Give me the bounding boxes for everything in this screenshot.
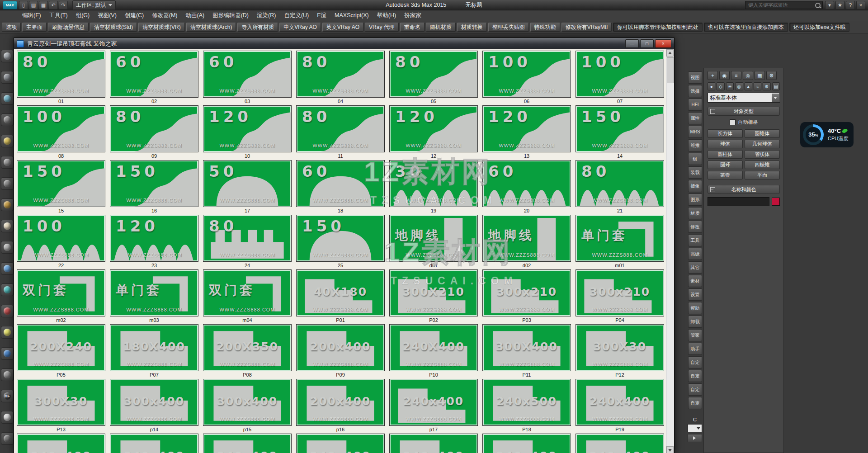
object-type-rollout[interactable]: 对象类型 xyxy=(708,107,780,116)
tile-card[interactable]: 150 WWW.ZZZS888.COM xyxy=(296,215,385,262)
tile-card[interactable]: 80 WWW.ZZZS888.COM xyxy=(17,51,105,98)
primitive-button[interactable]: 长方体 xyxy=(708,129,743,138)
left-tool-icon[interactable] xyxy=(1,198,14,211)
tile-card[interactable]: 120 WWW.ZZZS888.COM xyxy=(389,105,478,152)
molding-tile[interactable]: 300x210 WWW.ZZZS888.COM P03 xyxy=(482,269,571,324)
menu-item[interactable]: 修改器(M) xyxy=(148,10,181,21)
tile-card[interactable]: 100 WWW.ZZZS888.COM xyxy=(17,105,105,152)
molding-tile[interactable]: 120 WWW.ZZZS888.COM 12 xyxy=(389,105,478,160)
script-button[interactable]: 英文VRay AO xyxy=(322,23,363,32)
script-button[interactable]: VRay 代理 xyxy=(365,23,399,32)
side-tab[interactable]: 其它 xyxy=(688,261,702,274)
molding-tile[interactable]: 240X400 WWW.ZZZS888.COM P10 xyxy=(389,324,478,379)
script-button[interactable]: 材质转换 xyxy=(457,23,487,32)
left-tool-icon[interactable] xyxy=(1,50,14,62)
primitive-button[interactable]: 茶壶 xyxy=(708,171,743,179)
left-tool-icon[interactable] xyxy=(1,241,14,254)
tile-card[interactable]: 240x400 WWW.ZZZS888.COM xyxy=(203,434,292,453)
maximize-button[interactable]: □ xyxy=(640,39,654,48)
left-tool-icon[interactable] xyxy=(1,432,14,445)
tile-card[interactable]: 240x400 WWW.ZZZS888.COM xyxy=(576,434,664,453)
molding-tile[interactable]: 40X180 WWW.ZZZS888.COM P01 xyxy=(296,269,385,324)
tile-card[interactable]: 200X350 WWW.ZZZS888.COM xyxy=(203,324,292,371)
molding-tile[interactable]: 地脚线 WWW.ZZZS888.COM d01 xyxy=(389,215,478,269)
tile-card[interactable]: 240x400 WWW.ZZZS888.COM xyxy=(110,434,198,453)
panel-tab-icon[interactable]: ▦ xyxy=(755,71,765,80)
molding-tile[interactable]: 200x400 WWW.ZZZS888.COM p16 xyxy=(296,379,385,434)
mini-combobox[interactable] xyxy=(688,424,702,432)
side-tab[interactable]: 自定 xyxy=(688,383,702,396)
titlebar-tool-icon[interactable]: ? xyxy=(846,1,855,9)
side-tab[interactable]: 素材 xyxy=(688,275,702,287)
qat-tool-icon[interactable]: ▦ xyxy=(39,1,48,9)
tile-card[interactable]: 180X400 WWW.ZZZS888.COM xyxy=(110,324,198,371)
script-button[interactable]: 清空材质球(VR) xyxy=(138,23,185,32)
molding-tile[interactable]: 240x400 WWW.ZZZS888.COM xyxy=(110,434,198,453)
subcategory-icon[interactable]: ☀ xyxy=(726,82,734,90)
script-button[interactable]: 重命名 xyxy=(400,23,425,32)
tile-card[interactable]: 240x400 WWW.ZZZS888.COM xyxy=(576,379,664,426)
side-tab[interactable]: 设置 xyxy=(688,288,702,301)
primitive-button[interactable]: 平面 xyxy=(745,171,780,179)
molding-tile[interactable]: 300x400 WWW.ZZZS888.COM p15 xyxy=(203,379,292,434)
menu-item[interactable]: 视图(V) xyxy=(94,10,121,21)
tile-card[interactable]: 300X30 WWW.ZZZS888.COM xyxy=(576,324,664,371)
molding-tile[interactable]: 80 WWW.ZZZS888.COM 09 xyxy=(110,105,198,160)
molding-tile[interactable]: 300X210 WWW.ZZZS888.COM P02 xyxy=(389,269,478,324)
left-tool-icon[interactable] xyxy=(1,347,14,360)
molding-tile[interactable]: 80 WWW.ZZZS888.COM 01 xyxy=(17,51,105,105)
autogrid-checkbox[interactable] xyxy=(730,119,736,125)
molding-tile[interactable]: 240x500 WWW.ZZZS888.COM P18 xyxy=(482,379,571,434)
molding-tile[interactable]: 300X30 WWW.ZZZS888.COM P12 xyxy=(576,324,664,379)
molding-tile[interactable]: 60 WWW.ZZZS888.COM 02 xyxy=(110,51,198,105)
menu-item[interactable]: 工具(T) xyxy=(45,10,72,21)
molding-tile[interactable]: 50 WWW.ZZZS888.COM 17 xyxy=(203,160,292,215)
tile-card[interactable]: 50 WWW.ZZZS888.COM xyxy=(203,160,292,207)
molding-tile[interactable]: 240x400 WWW.ZZZS888.COM xyxy=(482,434,571,453)
primitive-button[interactable]: 管状体 xyxy=(745,150,780,159)
molding-tile[interactable]: 240x400 WWW.ZZZS888.COM xyxy=(576,434,664,453)
tile-card[interactable]: 100 WWW.ZZZS888.COM xyxy=(576,51,664,98)
molding-tile[interactable]: 80 WWW.ZZZS888.COM 04 xyxy=(296,51,385,105)
search-box[interactable] xyxy=(745,1,823,9)
molding-tile[interactable]: 300X400 WWW.ZZZS888.COM P11 xyxy=(482,324,571,379)
left-tool-icon[interactable] xyxy=(1,92,14,105)
tile-card[interactable]: 240X400 WWW.ZZZS888.COM xyxy=(389,324,478,371)
menu-item[interactable]: 自定义(U) xyxy=(280,10,313,21)
molding-tile[interactable]: 180X400 WWW.ZZZS888.COM P07 xyxy=(110,324,198,379)
side-tab[interactable]: 工具 xyxy=(688,234,702,246)
menu-item[interactable]: 编辑(E) xyxy=(18,10,45,21)
script-button[interactable]: 选项 xyxy=(2,23,21,32)
tile-card[interactable]: 150 WWW.ZZZS888.COM xyxy=(17,160,105,207)
script-button[interactable]: 随机材质 xyxy=(426,23,456,32)
search-input[interactable] xyxy=(745,2,822,8)
molding-tile[interactable]: 双门套 WWW.ZZZS888.COM m04 xyxy=(203,269,292,324)
chevron-down-icon[interactable] xyxy=(772,94,779,102)
left-tool-icon[interactable] xyxy=(1,411,14,424)
menu-item[interactable]: 创建(C) xyxy=(121,10,148,21)
menu-item[interactable]: 组(G) xyxy=(72,10,94,21)
tile-card[interactable]: 60 WWW.ZZZS888.COM xyxy=(110,51,198,98)
tile-card[interactable]: 200x400 WWW.ZZZS888.COM xyxy=(296,379,385,426)
tile-card[interactable]: 80 WWW.ZZZS888.COM xyxy=(110,105,198,152)
side-tab[interactable]: 卸载 xyxy=(688,316,702,328)
script-button[interactable]: 导入所有材质 xyxy=(237,23,278,32)
search-icon[interactable] xyxy=(815,3,821,8)
menu-item[interactable]: E渲 xyxy=(313,10,330,21)
tile-card[interactable]: 60 WWW.ZZZS888.COM xyxy=(296,160,385,207)
script-button[interactable]: 修改所有VRayMtl xyxy=(561,23,612,32)
molding-tile[interactable]: 240x400 WWW.ZZZS888.COM p17 xyxy=(389,379,478,434)
side-tab[interactable]: 助手 xyxy=(688,343,702,355)
molding-tile[interactable]: 240x400 WWW.ZZZS888.COM xyxy=(203,434,292,453)
molding-tile[interactable]: 60 WWW.ZZZS888.COM 18 xyxy=(296,160,385,215)
tile-card[interactable]: 80 WWW.ZZZS888.COM xyxy=(389,51,478,98)
tile-card[interactable]: 100 WWW.ZZZS888.COM xyxy=(482,51,571,98)
left-tool-icon[interactable] xyxy=(1,262,14,275)
molding-tile[interactable]: 120 WWW.ZZZS888.COM 13 xyxy=(482,105,571,160)
side-tab[interactable]: HFI xyxy=(688,99,702,111)
left-tool-icon[interactable] xyxy=(1,305,14,317)
panel-tab-icon[interactable]: ◎ xyxy=(743,71,753,80)
tile-card[interactable]: 300x400 WWW.ZZZS888.COM xyxy=(203,379,292,426)
molding-tile[interactable]: 120 WWW.ZZZS888.COM 23 xyxy=(110,215,198,269)
titlebar-tool-icon[interactable]: ★ xyxy=(835,1,844,9)
